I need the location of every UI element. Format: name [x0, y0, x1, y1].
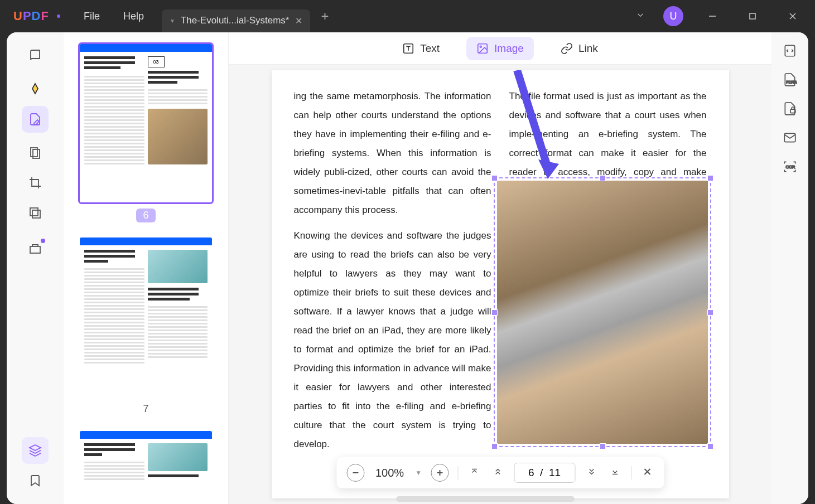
text-icon [402, 42, 414, 55]
user-avatar[interactable]: U [663, 6, 683, 26]
svg-text:OCR: OCR [785, 164, 795, 169]
zoom-in-button[interactable] [431, 464, 449, 482]
prev-page-button[interactable] [490, 464, 505, 481]
close-window-button[interactable] [782, 5, 804, 27]
svg-rect-6 [30, 208, 38, 216]
bottom-toolbar: 100% ▼ [336, 457, 664, 488]
resize-handle-br[interactable] [707, 443, 713, 449]
redact-tool[interactable] [22, 200, 49, 226]
svg-marker-9 [30, 445, 41, 450]
horizontal-scrollbar[interactable] [396, 496, 575, 502]
tab-dropdown-icon[interactable]: ▼ [170, 18, 175, 24]
minimize-button[interactable] [701, 5, 724, 27]
svg-rect-8 [30, 246, 40, 253]
zoom-value: 100% [375, 467, 404, 479]
thumbnail-page-6[interactable]: 03 [78, 42, 214, 204]
app-body: 03 6 [7, 32, 808, 504]
document-viewport[interactable]: ing the same metamorphosis. The informat… [229, 65, 771, 504]
resize-handle-tr[interactable] [707, 175, 713, 181]
thumbnails-panel: 03 6 [64, 32, 229, 504]
titlebar: UPDF File Help ▼ The-Evoluti...ial-Syste… [0, 0, 815, 32]
organize-tool[interactable] [22, 139, 49, 166]
pdfa-button[interactable]: PDF/A [783, 72, 797, 87]
protect-button[interactable] [783, 101, 797, 116]
layers-tool[interactable] [22, 437, 49, 464]
menu-help[interactable]: Help [123, 11, 144, 22]
last-page-button[interactable] [607, 464, 622, 481]
comment-tool[interactable] [22, 76, 49, 103]
image-content [497, 181, 708, 444]
paragraph-1: ing the same metamorphosis. The informat… [294, 87, 491, 220]
tab-title: The-Evoluti...ial-Systems* [181, 15, 290, 26]
svg-point-12 [480, 46, 482, 47]
thumbnail-page-8[interactable] [78, 429, 214, 485]
edit-toolbar: Text Image Link [229, 32, 771, 65]
selected-image[interactable] [497, 181, 708, 444]
logo-dot [57, 14, 60, 18]
zoom-dropdown-icon[interactable]: ▼ [415, 469, 422, 477]
image-icon [476, 42, 489, 55]
link-icon [561, 42, 573, 55]
page-number-input[interactable] [514, 463, 575, 483]
zoom-out-button[interactable] [346, 464, 364, 482]
resize-handle-mr[interactable] [707, 309, 713, 316]
close-toolbar-button[interactable] [640, 465, 654, 481]
tab-close-icon[interactable]: ✕ [295, 16, 302, 26]
new-tab-button[interactable]: + [321, 8, 329, 24]
reader-tool[interactable] [22, 42, 49, 69]
thumbnail-page-7[interactable] [78, 236, 214, 398]
edit-tool[interactable] [22, 106, 49, 133]
svg-text:PDF/A: PDF/A [787, 80, 798, 84]
thumb-number-7: 7 [136, 402, 155, 416]
left-sidebar [7, 32, 64, 504]
convert-button[interactable] [783, 43, 797, 58]
edit-image-button[interactable]: Image [466, 37, 534, 60]
tools-tool[interactable] [22, 235, 49, 262]
ocr-button[interactable]: OCR [783, 159, 797, 174]
paragraph-2: Knowing the devices and software the jud… [294, 226, 491, 454]
crop-tool[interactable] [22, 169, 49, 196]
edit-text-button[interactable]: Text [392, 37, 450, 60]
edit-link-label: Link [578, 42, 598, 55]
document-tab[interactable]: ▼ The-Evoluti...ial-Systems* ✕ [162, 9, 310, 32]
thumb-number-6: 6 [136, 209, 155, 222]
document-page[interactable]: ing the same metamorphosis. The informat… [272, 70, 729, 498]
share-button[interactable] [783, 130, 797, 145]
app-logo: UPDF [13, 9, 49, 23]
notification-dot [41, 239, 45, 243]
menu-file[interactable]: File [84, 11, 100, 22]
svg-rect-24 [784, 133, 795, 142]
maximize-button[interactable] [741, 5, 764, 27]
edit-text-label: Text [420, 42, 440, 55]
right-sidebar: PDF/A OCR [771, 32, 808, 504]
page-left-column: ing the same metamorphosis. The informat… [294, 87, 491, 461]
bookmark-tool[interactable] [22, 467, 49, 494]
first-page-button[interactable] [467, 464, 481, 481]
edit-image-label: Image [494, 42, 524, 55]
svg-rect-7 [32, 210, 40, 218]
edit-link-button[interactable]: Link [551, 37, 608, 60]
main-area: Text Image Link ing the same metamorphos… [229, 32, 771, 504]
next-page-button[interactable] [584, 464, 599, 481]
titlebar-dropdown-icon[interactable] [635, 10, 645, 22]
svg-rect-1 [750, 13, 755, 19]
